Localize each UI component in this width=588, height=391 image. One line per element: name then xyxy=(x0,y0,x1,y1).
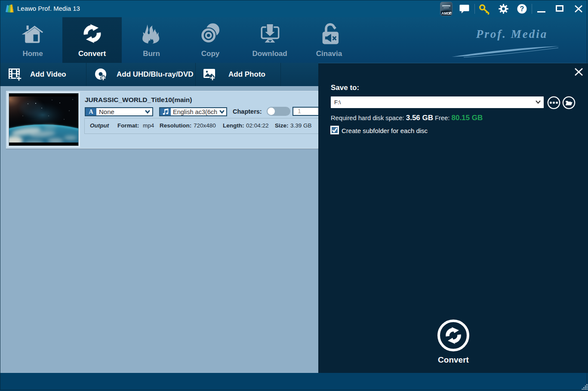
svg-text:AMD: AMD xyxy=(441,11,449,16)
svg-text:?: ? xyxy=(520,5,524,12)
